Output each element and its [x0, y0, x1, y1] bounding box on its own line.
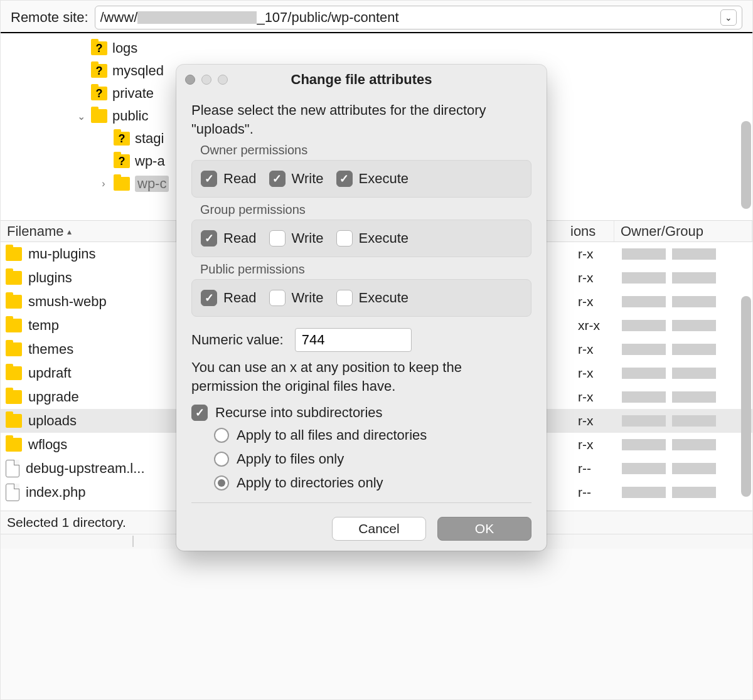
public-perm-label: Public permissions — [200, 262, 531, 277]
folder-icon — [6, 438, 22, 452]
group-execute-checkbox[interactable] — [336, 230, 353, 247]
folder-icon — [6, 247, 22, 261]
file-name: debug-upstream.l... — [26, 460, 183, 477]
owner-write-label: Write — [292, 171, 324, 187]
public-execute-checkbox[interactable] — [336, 290, 353, 306]
chevron-down-icon[interactable]: ⌄ — [720, 9, 737, 26]
tree-item-label: stagi — [135, 130, 164, 147]
file-owner-group — [622, 463, 747, 474]
column-owner-group[interactable]: Owner/Group — [614, 221, 752, 241]
group-write-label: Write — [292, 230, 324, 247]
numeric-value-input[interactable] — [295, 328, 412, 352]
change-attributes-dialog: Change file attributes Please select the… — [176, 65, 547, 551]
remote-path-combo[interactable]: /www/_107/public/wp-content ⌄ — [95, 6, 743, 29]
apply-files-radio[interactable] — [214, 452, 229, 467]
file-name: plugins — [28, 270, 185, 286]
file-name: temp — [28, 317, 185, 334]
public-write-label: Write — [292, 290, 324, 306]
folder-icon: ? — [91, 64, 107, 78]
folder-icon — [6, 319, 22, 332]
folder-icon: ? — [91, 41, 107, 55]
file-owner-group — [622, 272, 747, 284]
numeric-hint: You can use an x at any position to keep… — [191, 358, 531, 395]
expand-icon[interactable]: ⌄ — [76, 110, 86, 122]
apply-files-radio-label: Apply to files only — [237, 451, 344, 467]
cancel-button[interactable]: Cancel — [332, 517, 426, 541]
apply-all-radio[interactable] — [214, 428, 229, 443]
file-name: uploads — [28, 413, 185, 429]
file-permissions: r-x — [578, 413, 616, 428]
tree-item-logs[interactable]: ?logs — [76, 37, 752, 60]
tree-item-label: mysqled — [112, 63, 164, 79]
group-read-checkbox[interactable] — [201, 230, 217, 247]
owner-execute-label: Execute — [359, 171, 409, 187]
file-permissions: r-x — [578, 342, 616, 357]
column-filename[interactable]: Filename▴ — [1, 221, 176, 241]
group-execute-label: Execute — [359, 230, 409, 247]
file-icon — [6, 460, 19, 477]
group-perm-label: Group permissions — [200, 203, 531, 217]
ok-button[interactable]: OK — [437, 517, 531, 541]
group-read-label: Read — [223, 230, 257, 247]
file-permissions: r-x — [578, 247, 616, 262]
folder-icon — [6, 366, 22, 380]
file-icon — [6, 484, 19, 501]
expand-icon[interactable]: › — [99, 178, 109, 189]
file-permissions: r-x — [578, 270, 616, 285]
file-owner-group — [622, 391, 747, 403]
owner-write-checkbox[interactable] — [269, 171, 286, 187]
file-owner-group — [622, 415, 747, 427]
public-read-label: Read — [223, 290, 257, 306]
owner-read-checkbox[interactable] — [201, 171, 217, 187]
remote-path-text: /www/_107/public/wp-content — [100, 9, 399, 26]
folder-icon: ? — [114, 154, 130, 168]
file-owner-group — [622, 320, 747, 331]
column-permissions[interactable]: ions — [564, 221, 614, 241]
file-name: index.php — [26, 484, 183, 501]
apply-dirs-radio-label: Apply to directories only — [237, 475, 383, 491]
dialog-intro: Please select the new attributes for the… — [191, 101, 531, 138]
file-permissions: r-- — [578, 461, 616, 476]
public-read-checkbox[interactable] — [201, 290, 217, 306]
file-owner-group — [622, 487, 747, 498]
folder-icon — [114, 177, 130, 191]
file-name: wflogs — [28, 437, 185, 453]
apply-dirs-radio[interactable] — [214, 475, 229, 491]
list-scrollbar[interactable] — [741, 296, 751, 497]
file-name: themes — [28, 341, 185, 358]
file-name: mu-plugins — [28, 246, 185, 262]
file-permissions: r-x — [578, 294, 616, 309]
tree-item-label: wp-c — [135, 176, 169, 192]
owner-read-label: Read — [223, 171, 257, 187]
owner-execute-checkbox[interactable] — [336, 171, 353, 187]
group-write-checkbox[interactable] — [269, 230, 286, 247]
file-owner-group — [622, 296, 747, 307]
public-write-checkbox[interactable] — [269, 290, 286, 306]
file-permissions: r-x — [578, 366, 616, 381]
file-owner-group — [622, 368, 747, 379]
tree-item-label: wp-a — [135, 153, 165, 169]
file-owner-group — [622, 439, 747, 450]
file-permissions: r-x — [578, 437, 616, 452]
file-name: upgrade — [28, 389, 185, 405]
tree-item-label: logs — [112, 40, 137, 56]
folder-icon — [91, 109, 107, 123]
file-name: smush-webp — [28, 294, 185, 310]
folder-icon — [6, 342, 22, 356]
owner-perm-label: Owner permissions — [200, 143, 531, 157]
tree-item-label: private — [112, 85, 154, 102]
sort-ascending-icon: ▴ — [67, 226, 72, 236]
remote-site-label: Remote site: — [11, 9, 88, 26]
folder-icon — [6, 295, 22, 309]
folder-icon — [6, 271, 22, 285]
public-execute-label: Execute — [359, 290, 409, 306]
recurse-checkbox[interactable] — [191, 405, 208, 421]
tree-item-label: public — [112, 108, 148, 124]
file-name: updraft — [28, 365, 185, 381]
folder-icon: ? — [114, 132, 130, 146]
file-permissions: r-x — [578, 390, 616, 405]
file-permissions: xr-x — [578, 318, 616, 333]
apply-all-radio-label: Apply to all files and directories — [237, 427, 427, 443]
file-owner-group — [622, 344, 747, 355]
tree-scrollbar[interactable] — [741, 121, 751, 209]
